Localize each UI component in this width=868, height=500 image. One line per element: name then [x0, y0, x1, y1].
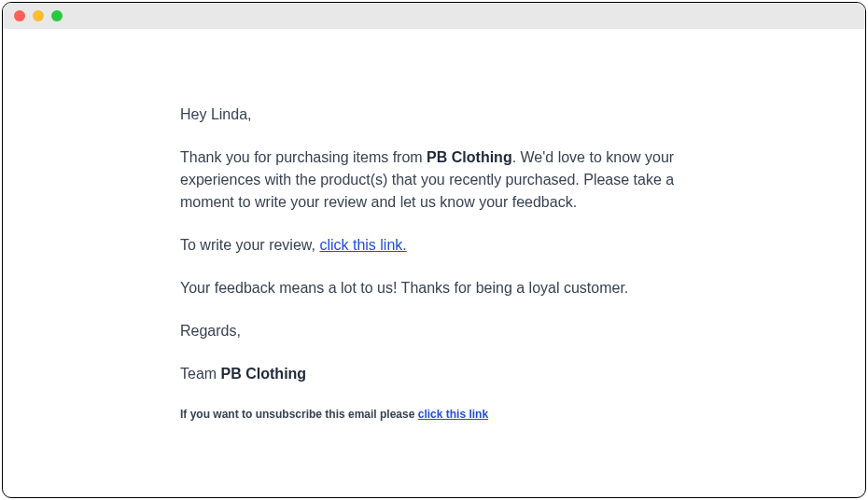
review-link[interactable]: click this link. [319, 237, 406, 253]
para1-pre: Thank you for purchasing items from [180, 149, 427, 165]
unsubscribe-footer: If you want to unsubscribe this email pl… [180, 406, 688, 423]
team-signature: Team PB Clothing [180, 363, 688, 385]
email-body: Hey Linda, Thank you for purchasing item… [3, 29, 865, 471]
team-brand: PB Clothing [221, 366, 307, 382]
unsubscribe-link[interactable]: click this link [418, 408, 488, 421]
window-frame: Hey Linda, Thank you for purchasing item… [2, 2, 866, 498]
greeting: Hey Linda, [180, 104, 688, 126]
titlebar [3, 3, 865, 29]
footer-pre: If you want to unsubscribe this email pl… [180, 408, 418, 421]
signoff: Regards, [180, 320, 688, 342]
review-paragraph: To write your review, click this link. [180, 234, 688, 257]
close-icon[interactable] [14, 10, 25, 21]
thank-you-paragraph: Thank you for purchasing items from PB C… [180, 146, 688, 214]
team-pre: Team [180, 366, 221, 382]
minimize-icon[interactable] [33, 10, 44, 21]
brand-name: PB Clothing [427, 149, 512, 165]
feedback-paragraph: Your feedback means a lot to us! Thanks … [180, 277, 688, 299]
maximize-icon[interactable] [51, 10, 63, 21]
para2-pre: To write your review, [180, 237, 319, 253]
